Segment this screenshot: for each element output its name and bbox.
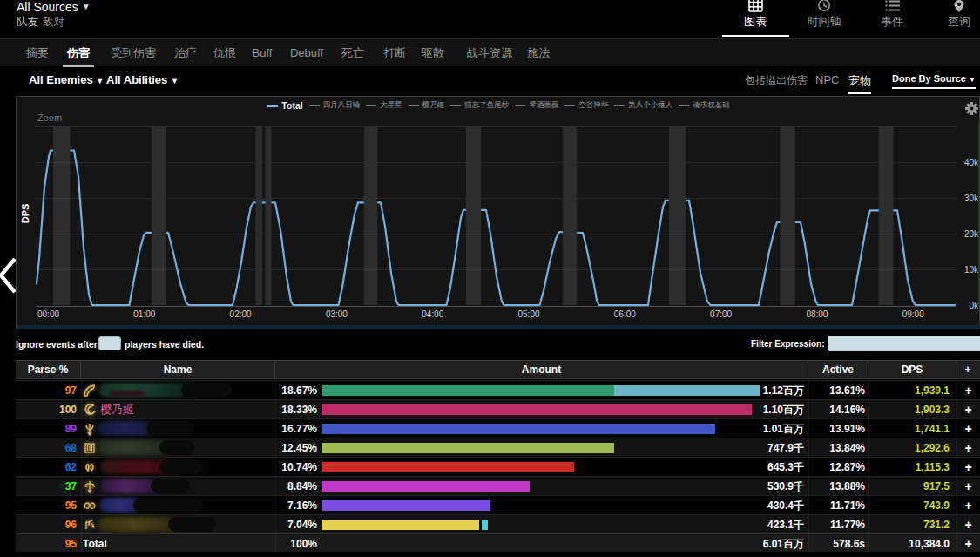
svg-text:02:00: 02:00 bbox=[230, 309, 252, 319]
svg-text:05:00: 05:00 bbox=[517, 309, 539, 319]
svg-text:00:00: 00:00 bbox=[37, 309, 59, 319]
svg-text:06:00: 06:00 bbox=[614, 309, 636, 319]
svg-text:01:00: 01:00 bbox=[133, 309, 155, 319]
svg-text:07:00: 07:00 bbox=[710, 309, 732, 319]
svg-text:08:00: 08:00 bbox=[806, 309, 828, 319]
svg-text:40k: 40k bbox=[964, 158, 979, 167]
svg-text:09:00: 09:00 bbox=[902, 309, 924, 319]
svg-text:03:00: 03:00 bbox=[326, 309, 348, 319]
svg-text:30k: 30k bbox=[964, 194, 979, 203]
svg-text:20k: 20k bbox=[964, 229, 979, 239]
svg-text:04:00: 04:00 bbox=[422, 309, 443, 319]
svg-text:10k: 10k bbox=[964, 265, 979, 275]
